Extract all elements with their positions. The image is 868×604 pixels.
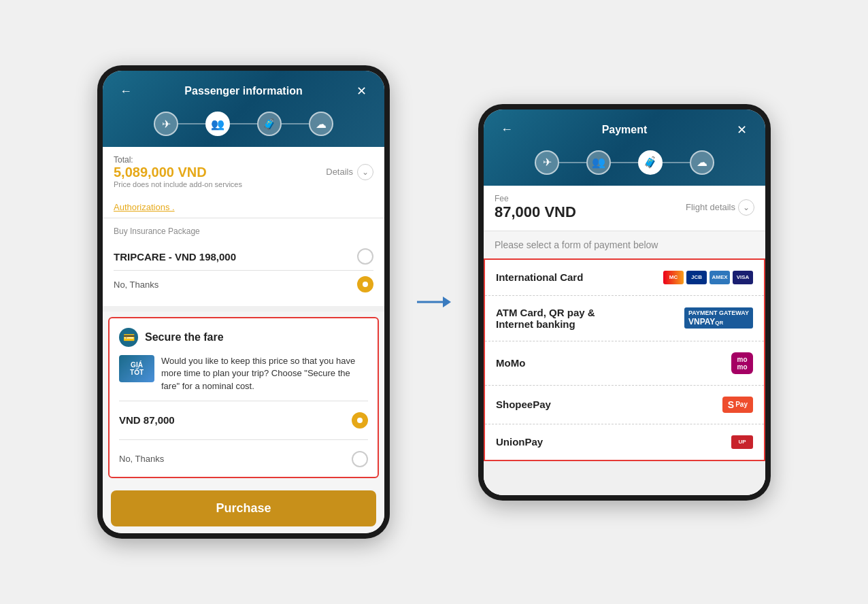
step-line-1 bbox=[178, 123, 205, 124]
insurance-no-thanks-label: No, Thanks bbox=[114, 280, 158, 290]
payment-methods-list: International Card MC JCB AMEX VISA ATM … bbox=[484, 258, 765, 461]
momo-icons: momo bbox=[731, 352, 753, 374]
left-screen-body: Total: 5,089,000 VND Price does not incl… bbox=[103, 147, 384, 533]
secure-divider bbox=[119, 401, 368, 401]
left-app-header: ← Passenger information ✕ ✈ 👥 🧳 bbox=[103, 71, 384, 147]
details-label: Details bbox=[326, 167, 353, 177]
visa-icon: VISA bbox=[733, 271, 753, 284]
insurance-tripcare-name: TRIPCARE - VND 198,000 bbox=[114, 251, 236, 263]
left-phone-frame: ← Passenger information ✕ ✈ 👥 🧳 bbox=[97, 65, 390, 539]
right-step-line-2 bbox=[611, 162, 638, 163]
mastercard-icon: MC bbox=[663, 271, 684, 284]
secure-divider-2 bbox=[119, 439, 368, 440]
unionpay-label: UnionPay bbox=[496, 436, 543, 448]
shopee-label: ShopeePay bbox=[496, 399, 551, 410]
atm-card-label: ATM Card, QR pay &Internet banking bbox=[496, 307, 595, 330]
jcb-icon: JCB bbox=[686, 271, 707, 284]
secure-fare-card: 💳 Secure the fare GIÁTỐT Would you like … bbox=[108, 317, 379, 478]
payment-atm-card[interactable]: ATM Card, QR pay &Internet banking PAYME… bbox=[485, 296, 764, 341]
section-gap bbox=[103, 306, 384, 312]
shopee-icon: S Pay bbox=[722, 397, 753, 413]
insurance-label: Buy Insurance Package bbox=[114, 227, 373, 236]
select-payment-text: Please select a form of payment below bbox=[484, 231, 765, 258]
payment-footer bbox=[484, 461, 765, 495]
details-chevron-icon: ⌄ bbox=[357, 164, 373, 180]
fee-label: Fee bbox=[495, 194, 576, 203]
secure-price-option[interactable]: VND 87,000 bbox=[119, 408, 368, 433]
unionpay-icons: UP bbox=[731, 435, 753, 449]
insurance-no-thanks-option[interactable]: No, Thanks bbox=[114, 271, 373, 298]
secure-fare-icon: 💳 bbox=[119, 328, 138, 347]
international-card-label: International Card bbox=[496, 271, 583, 283]
flight-details-label: Flight details bbox=[686, 202, 735, 212]
right-progress-steps: ✈ 👥 🧳 ☁ bbox=[497, 150, 752, 186]
right-step-4-confirm: ☁ bbox=[690, 150, 714, 175]
vnpay-icon: PAYMENT GATEWAY VNPAYQR bbox=[684, 307, 753, 329]
total-section: Total: 5,089,000 VND Price does not incl… bbox=[103, 147, 384, 197]
right-phone-screen: ← Payment ✕ ✈ 👥 🧳 bbox=[484, 110, 765, 495]
insurance-section: Buy Insurance Package TRIPCARE - VND 198… bbox=[103, 218, 384, 306]
right-app-header: ← Payment ✕ ✈ 👥 🧳 bbox=[484, 110, 765, 186]
step-2-passengers: 👥 bbox=[205, 112, 230, 136]
insurance-tripcare-option[interactable]: TRIPCARE - VND 198,000 bbox=[114, 243, 373, 270]
amex-icon: AMEX bbox=[710, 271, 730, 284]
payment-unionpay[interactable]: UnionPay UP bbox=[485, 424, 764, 460]
momo-icon: momo bbox=[731, 352, 753, 374]
authorizations-link[interactable]: Authorizations . bbox=[103, 197, 384, 218]
right-screen-body: Fee 87,000 VND Flight details ⌄ Please s… bbox=[484, 186, 765, 495]
fee-section: Fee 87,000 VND Flight details ⌄ bbox=[484, 186, 765, 231]
secure-fare-content: GIÁTỐT Would you like to keep this price… bbox=[119, 355, 368, 392]
forward-arrow-icon bbox=[417, 294, 451, 310]
secure-price-radio[interactable] bbox=[352, 412, 368, 429]
payment-shopee[interactable]: ShopeePay S Pay bbox=[485, 386, 764, 424]
secure-no-thanks-radio[interactable] bbox=[352, 451, 368, 467]
total-label: Total: bbox=[114, 155, 242, 165]
secure-price-label: VND 87,000 bbox=[119, 414, 175, 426]
unionpay-icon: UP bbox=[731, 435, 753, 449]
secure-fare-image: GIÁTỐT bbox=[119, 355, 154, 382]
secure-fare-title: Secure the fare bbox=[145, 331, 224, 343]
secure-no-thanks-label: No, Thanks bbox=[119, 454, 164, 464]
secure-fare-description: Would you like to keep this price so tha… bbox=[161, 355, 368, 392]
right-page-title: Payment bbox=[602, 124, 648, 136]
step-3-baggage: 🧳 bbox=[257, 112, 282, 136]
secure-fare-header: 💳 Secure the fare bbox=[119, 328, 368, 347]
step-line-3 bbox=[282, 123, 309, 124]
step-line-2 bbox=[230, 123, 257, 124]
payment-international-card[interactable]: International Card MC JCB AMEX VISA bbox=[485, 260, 764, 296]
insurance-radio-btn[interactable] bbox=[357, 248, 373, 265]
payment-momo[interactable]: MoMo momo bbox=[485, 341, 764, 386]
flight-details-chevron-icon: ⌄ bbox=[738, 199, 754, 216]
insurance-no-thanks-radio[interactable] bbox=[357, 276, 373, 292]
purchase-button[interactable]: Purchase bbox=[111, 490, 376, 526]
right-step-3-baggage: 🧳 bbox=[638, 150, 663, 175]
step-4-confirm: ☁ bbox=[309, 112, 333, 136]
atm-card-icons: PAYMENT GATEWAY VNPAYQR bbox=[684, 307, 753, 329]
right-phone-frame: ← Payment ✕ ✈ 👥 🧳 bbox=[478, 104, 771, 501]
arrow-container bbox=[417, 294, 451, 310]
right-step-line-3 bbox=[663, 162, 690, 163]
total-note: Price does not include add-on services bbox=[114, 180, 242, 188]
details-button[interactable]: Details ⌄ bbox=[326, 164, 373, 180]
total-amount: 5,089,000 VND bbox=[114, 165, 242, 180]
step-1-flight: ✈ bbox=[154, 112, 178, 136]
left-back-button[interactable]: ← bbox=[116, 82, 135, 101]
right-step-line-1 bbox=[559, 162, 586, 163]
fee-amount: 87,000 VND bbox=[495, 203, 576, 221]
right-close-button[interactable]: ✕ bbox=[733, 120, 752, 139]
international-card-icons: MC JCB AMEX VISA bbox=[663, 271, 753, 284]
fee-row: Fee 87,000 VND Flight details ⌄ bbox=[495, 194, 754, 221]
left-phone-screen: ← Passenger information ✕ ✈ 👥 🧳 bbox=[103, 71, 384, 533]
left-page-title: Passenger information bbox=[184, 85, 302, 97]
shopee-icons: S Pay bbox=[722, 397, 753, 413]
left-progress-steps: ✈ 👥 🧳 ☁ bbox=[116, 112, 371, 147]
flight-details-button[interactable]: Flight details ⌄ bbox=[686, 199, 754, 216]
right-step-2-passengers: 👥 bbox=[586, 150, 611, 175]
secure-no-thanks-option[interactable]: No, Thanks bbox=[119, 447, 368, 467]
left-close-button[interactable]: ✕ bbox=[352, 82, 371, 101]
right-step-1-flight: ✈ bbox=[535, 150, 559, 175]
right-back-button[interactable]: ← bbox=[497, 120, 516, 139]
momo-label: MoMo bbox=[496, 357, 525, 369]
